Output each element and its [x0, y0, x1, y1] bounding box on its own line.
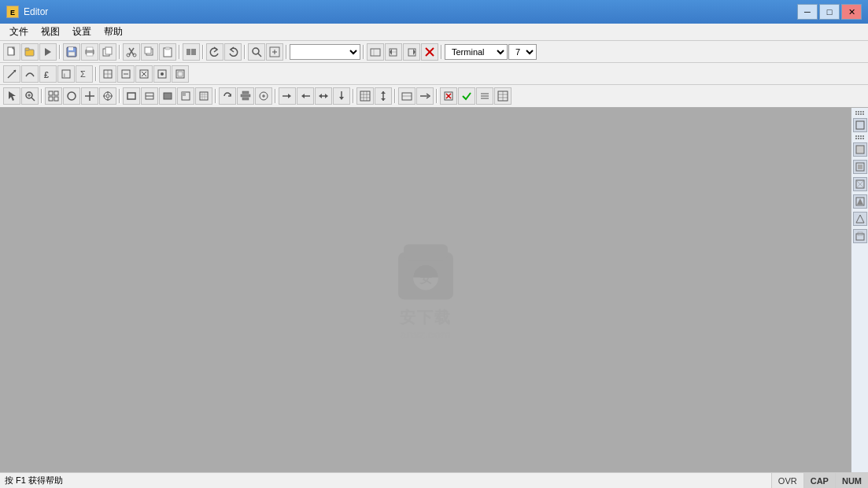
minimize-button[interactable]: ─ [797, 4, 818, 20]
zoom-button[interactable] [266, 43, 283, 61]
menu-settings[interactable]: 设置 [66, 24, 98, 40]
svg-marker-123 [857, 198, 863, 205]
move-right-button[interactable] [403, 43, 420, 61]
open-button[interactable] [21, 43, 39, 61]
print-button[interactable] [81, 43, 98, 61]
canvas-area[interactable]: 安 安下载 anxz.com [0, 108, 851, 472]
zoom-tool[interactable] [21, 87, 39, 105]
grid-tool[interactable] [45, 87, 62, 105]
box-special-button[interactable]: i [57, 65, 75, 83]
svg-rect-118 [856, 146, 864, 153]
left-arrow-tool[interactable] [297, 87, 314, 105]
pattern-tool[interactable] [195, 87, 212, 105]
copy-button[interactable] [141, 43, 158, 61]
check-tool[interactable] [458, 87, 475, 105]
size-dropdown[interactable]: 7 [508, 44, 537, 60]
separator9 [95, 67, 97, 81]
title-bar: E Editor ─ □ ✕ [0, 0, 868, 24]
fill-rect-tool[interactable] [159, 87, 176, 105]
dots-pattern-mid [855, 135, 864, 139]
move-left-button[interactable] [385, 43, 402, 61]
select-tool[interactable] [3, 87, 20, 105]
svg-text:Σ: Σ [80, 69, 86, 79]
svg-rect-61 [54, 91, 58, 95]
redo-button[interactable] [224, 43, 242, 61]
svg-rect-25 [191, 49, 196, 55]
cross-tool[interactable] [81, 87, 98, 105]
window-title: Editor [24, 6, 48, 17]
rp-button3[interactable] [853, 160, 867, 174]
rp-button7[interactable] [853, 229, 867, 243]
half-rect-tool[interactable] [141, 87, 158, 105]
arrow-button[interactable] [39, 43, 57, 61]
sigma-button[interactable]: Σ [76, 65, 93, 83]
svg-rect-10 [68, 52, 75, 56]
status-bar: 按 F1 获得帮助 OVR CAP NUM [0, 472, 868, 488]
new-button[interactable] [3, 43, 20, 61]
circle-tool[interactable] [63, 87, 80, 105]
updown-tool[interactable] [375, 87, 392, 105]
svg-point-26 [253, 48, 259, 54]
close-button[interactable]: ✕ [841, 4, 862, 20]
separator16 [436, 89, 438, 103]
svg-text:£: £ [44, 70, 49, 79]
empty-matrix-button[interactable] [172, 65, 189, 83]
separator12 [215, 89, 216, 103]
rotate-tool[interactable] [219, 87, 236, 105]
both-arrow-tool[interactable] [315, 87, 332, 105]
separator1 [59, 45, 61, 59]
svg-marker-7 [45, 48, 51, 56]
center-tool[interactable] [237, 87, 254, 105]
rp-button6[interactable] [853, 212, 867, 226]
find-button[interactable] [248, 43, 265, 61]
paste-button[interactable] [159, 43, 176, 61]
long-arrow-tool[interactable] [416, 87, 434, 105]
svg-rect-63 [54, 97, 58, 101]
save-button[interactable] [63, 43, 80, 61]
rect-tool[interactable] [123, 87, 140, 105]
delete-button[interactable] [421, 43, 438, 61]
rp-button5[interactable] [853, 194, 867, 209]
add-tool[interactable] [255, 87, 272, 105]
right-arrow-tool[interactable] [279, 87, 296, 105]
xmark-tool[interactable] [440, 87, 457, 105]
corner-tool[interactable] [177, 87, 194, 105]
layer-dropdown[interactable] [290, 44, 360, 60]
svg-rect-6 [25, 48, 29, 50]
special-button[interactable]: £ [39, 65, 57, 83]
rp-button4[interactable] [853, 177, 867, 191]
minus-matrix-button[interactable] [117, 65, 135, 83]
menu-view[interactable]: 视图 [35, 24, 66, 40]
maximize-button[interactable]: □ [819, 4, 840, 20]
menu-file[interactable]: 文件 [3, 24, 35, 40]
diagonal-button[interactable] [3, 65, 20, 83]
cross-matrix-button[interactable] [135, 65, 153, 83]
grid4-tool[interactable] [356, 87, 374, 105]
undo-button[interactable] [206, 43, 223, 61]
table-tool[interactable] [494, 87, 512, 105]
svg-text:E: E [10, 9, 15, 17]
dot-matrix-button[interactable] [153, 65, 171, 83]
svg-point-64 [68, 92, 76, 100]
insert-button[interactable] [367, 43, 384, 61]
menu-help[interactable]: 帮助 [98, 24, 129, 40]
cut-button[interactable] [123, 43, 140, 61]
down-arrow-tool[interactable] [333, 87, 350, 105]
svg-rect-84 [242, 91, 249, 94]
svg-marker-55 [9, 91, 16, 101]
font-dropdown[interactable]: Terminal [445, 44, 508, 60]
svg-rect-85 [241, 94, 250, 97]
svg-rect-114 [404, 244, 448, 260]
target-tool[interactable] [99, 87, 116, 105]
matrix-button[interactable] [99, 65, 116, 83]
block-button[interactable] [183, 43, 200, 61]
arc-button[interactable] [21, 65, 39, 83]
list-tool[interactable] [476, 87, 493, 105]
copy-page-button[interactable] [99, 43, 116, 61]
rp-button2[interactable] [853, 142, 867, 157]
svg-point-115 [413, 264, 438, 290]
box3-tool[interactable] [398, 87, 416, 105]
svg-point-68 [106, 94, 109, 98]
rp-button1[interactable] [853, 118, 867, 132]
main-area: 安 安下载 anxz.com [0, 108, 868, 472]
